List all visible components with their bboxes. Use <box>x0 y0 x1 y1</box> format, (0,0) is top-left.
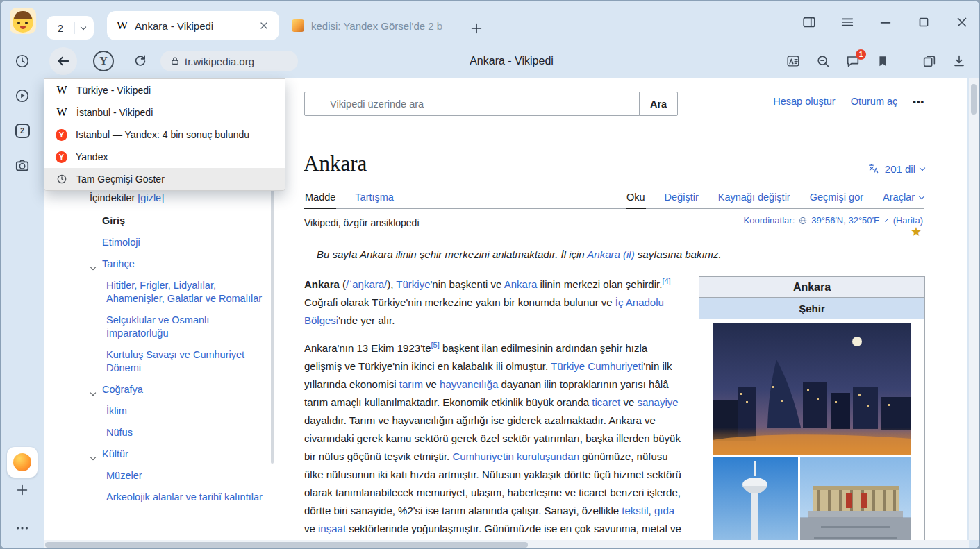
address-url: tr.wikipedia.org <box>185 56 254 67</box>
toc-item[interactable]: İklim <box>90 405 265 418</box>
tab-panel-button[interactable]: 2 <box>13 121 32 140</box>
toc-item[interactable]: Kültür <box>90 448 265 461</box>
browser-tab-active[interactable]: W Ankara - Vikipedi <box>107 11 279 40</box>
text: Coğrafi olarak Türkiye'nin merkezine yak… <box>304 296 615 308</box>
page-tab[interactable]: Oku <box>626 187 646 209</box>
add-panel-icon[interactable] <box>13 480 32 500</box>
zoom-icon[interactable] <box>815 53 832 69</box>
reader-mode-icon[interactable] <box>786 53 802 69</box>
wiki-link[interactable]: Türkiye Cumhuriyeti <box>551 360 643 372</box>
history-menu-item[interactable]: YIstanbul — Yandex: 4 bin sonuç bulundu <box>44 124 285 146</box>
page-tab[interactable]: Geçmişi gör <box>809 187 864 209</box>
maximize-icon[interactable] <box>916 15 931 30</box>
tab-image-favicon <box>292 19 304 32</box>
toc-item-label: Tarihçe <box>102 258 135 269</box>
reference-link[interactable]: [5] <box>431 341 440 349</box>
page-tab[interactable]: Araçlar <box>882 187 924 209</box>
comments-icon[interactable]: 1 <box>845 53 862 69</box>
infobox-photo-atakule-tower[interactable] <box>713 457 798 540</box>
bookmark-icon[interactable] <box>875 53 892 69</box>
minimize-icon[interactable] <box>878 15 893 30</box>
wiki-link[interactable]: Ankara (il) <box>587 248 634 260</box>
infobox-photo-skyline-night[interactable] <box>713 323 911 455</box>
close-icon[interactable] <box>954 15 970 30</box>
toc-item[interactable]: Arkeolojik alanlar ve tarihî kalıntılar <box>90 491 265 504</box>
vertical-scrollbar-thumb[interactable] <box>971 84 977 115</box>
wiki-link[interactable]: sanayiye <box>637 396 678 408</box>
yandex-button[interactable]: Y <box>93 51 114 71</box>
wiki-link[interactable]: Cumhuriyetin kuruluşundan <box>452 450 579 462</box>
screenshot-icon[interactable] <box>13 155 32 175</box>
toc-item[interactable]: Selçuklular ve Osmanlı İmparatorluğu <box>90 314 265 340</box>
panel-toggle-icon[interactable] <box>802 15 817 30</box>
article-body: Ankara (/ˈaŋkara/), Türkiye'nin başkenti… <box>304 272 685 540</box>
history-icon[interactable] <box>13 51 32 71</box>
tab-title: kedisi: Yandex Görsel'de 2 b <box>311 20 450 32</box>
toc-item[interactable]: Etimoloji <box>90 236 265 249</box>
chevron-down-icon[interactable] <box>91 385 95 398</box>
promo-icon[interactable] <box>7 447 38 478</box>
history-menu-footer[interactable]: Tam Geçmişi Göster <box>44 168 285 190</box>
toc-item[interactable]: Müzeler <box>90 469 265 482</box>
text: sayfasına bakınız. <box>635 248 722 260</box>
wiki-search-button[interactable]: Ara <box>639 92 678 116</box>
language-selector[interactable]: 201 dil <box>867 162 924 175</box>
profile-avatar[interactable] <box>10 8 36 34</box>
coordinates-value[interactable]: 39°56′N, 32°50′E <box>811 215 879 226</box>
wiki-link[interactable]: hayvancılığa <box>440 378 498 390</box>
tab-close-icon[interactable] <box>258 20 269 31</box>
downloads-icon[interactable] <box>952 53 968 69</box>
collections-icon[interactable] <box>922 53 938 69</box>
toc-hide-link[interactable]: [gizle] <box>138 192 164 203</box>
wikipedia-favicon: W <box>117 19 128 33</box>
login-link[interactable]: Oturum aç <box>851 96 898 107</box>
wiki-link[interactable]: Ankara <box>504 278 538 290</box>
wiki-link[interactable]: inşaat <box>318 523 346 534</box>
toolbar-icons: 1 <box>786 44 968 78</box>
toc-item[interactable]: Tarihçe <box>90 257 265 271</box>
toc-item[interactable]: Kurtuluş Savaşı ve Cumhuriyet Dönemi <box>90 348 265 375</box>
history-menu-item[interactable]: WTürkiye - Vikipedi <box>44 79 285 101</box>
infobox-photo-anitkabir[interactable] <box>800 457 911 540</box>
language-count: 201 dil <box>885 163 915 175</box>
language-icon <box>867 162 880 175</box>
browser-tab-inactive[interactable]: kedisi: Yandex Görsel'de 2 b <box>282 11 460 40</box>
tab-counter[interactable]: 2 <box>47 16 94 40</box>
toc-item[interactable]: Nüfus <box>90 426 265 439</box>
page-tab[interactable]: Kaynağı değiştir <box>717 187 791 209</box>
play-icon[interactable] <box>13 86 32 105</box>
new-tab-button[interactable] <box>469 19 488 38</box>
reload-icon[interactable] <box>133 53 148 69</box>
wiki-link[interactable]: Türkiye <box>396 278 430 290</box>
wiki-link[interactable]: tekstil <box>622 505 648 516</box>
text: ve <box>620 396 637 408</box>
horizontal-scrollbar[interactable] <box>44 540 969 549</box>
menu-icon[interactable] <box>840 15 855 30</box>
coordinates[interactable]: Koordinatlar: 39°56′N, 32°50′E (Harita) <box>744 215 923 226</box>
wiki-link[interactable]: ticaret <box>592 396 620 408</box>
history-menu-item[interactable]: YYandex <box>44 146 285 168</box>
history-menu-item[interactable]: Wİstanbul - Vikipedi <box>44 101 285 124</box>
back-button[interactable] <box>49 47 77 75</box>
wiki-link[interactable]: tarım <box>399 378 423 390</box>
page-tab[interactable]: Tartışma <box>354 187 395 209</box>
reference-link[interactable]: [4] <box>662 277 670 285</box>
wiki-link[interactable]: gıda <box>654 505 674 516</box>
create-account-link[interactable]: Hesap oluştur <box>773 96 835 107</box>
page-tab[interactable]: Değiştir <box>664 187 699 209</box>
chevron-down-icon[interactable] <box>91 260 95 273</box>
wiki-link[interactable]: /ˈaŋkara/ <box>346 278 387 290</box>
more-options-icon[interactable] <box>13 518 32 538</box>
toc-item[interactable]: Coğrafya <box>90 383 265 396</box>
toc-item[interactable]: Giriş <box>90 214 265 228</box>
chevron-down-icon[interactable] <box>91 450 95 463</box>
toc-item[interactable]: Hititler, Frigler, Lidyalılar, Ahamenişl… <box>90 279 265 305</box>
toc-item-label: Nüfus <box>106 427 133 438</box>
user-more-menu[interactable]: ••• <box>913 96 924 107</box>
page-tab[interactable]: Madde <box>304 187 336 209</box>
horizontal-scrollbar-thumb[interactable] <box>45 542 528 548</box>
wiki-search-input[interactable] <box>304 92 640 116</box>
address-bar[interactable]: tr.wikipedia.org <box>160 51 298 71</box>
vertical-scrollbar[interactable] <box>969 78 979 540</box>
featured-article-star-icon[interactable]: ★ <box>911 224 922 239</box>
